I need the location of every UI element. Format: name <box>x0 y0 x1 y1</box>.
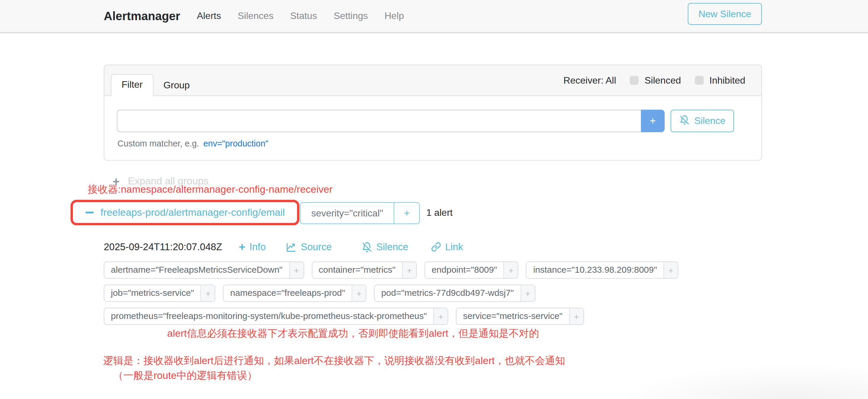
alertmanager-page: Alertmanager Alerts Silences Status Sett… <box>0 0 868 399</box>
alert-label: container="metrics" + <box>312 262 417 279</box>
silence-button-label: Silence <box>694 116 725 126</box>
silenced-checkbox-label: Silenced <box>645 75 681 86</box>
tab-filter[interactable]: Filter <box>111 74 153 96</box>
new-silence-button[interactable]: New Silence <box>688 3 762 25</box>
chart-icon <box>286 242 297 252</box>
label-text: service="metrics-service" <box>457 308 569 324</box>
silenced-checkbox[interactable]: Silenced <box>630 75 681 86</box>
add-matcher-button[interactable]: + <box>641 110 664 132</box>
silence-from-filter-button[interactable]: Silence <box>671 110 734 132</box>
add-label-filter-button[interactable]: + <box>520 285 534 301</box>
annotation-receiver-note: 接收器:namespace/altermanager-config-name/r… <box>88 183 333 196</box>
background-shading <box>619 363 868 399</box>
alert-header-row: 2025-09-24T11:20:07.048Z + Info Source S <box>104 241 463 252</box>
add-label-filter-button[interactable]: + <box>289 262 303 278</box>
filter-panel-body: + Silence Custom matcher, e.g.env="produ… <box>104 96 761 161</box>
add-group-matcher-button[interactable]: + <box>394 203 419 223</box>
label-text: prometheus="freeleaps-monitoring-system/… <box>104 308 433 324</box>
add-label-filter-button[interactable]: + <box>402 262 416 278</box>
filter-tabs: Filter Group <box>111 74 200 96</box>
matcher-input[interactable] <box>117 110 641 132</box>
app-title[interactable]: Alertmanager <box>104 9 180 23</box>
checkbox-icon[interactable] <box>630 76 639 85</box>
source-button[interactable]: Source <box>286 241 332 252</box>
nav-alerts[interactable]: Alerts <box>189 11 229 21</box>
filter-panel-header: Filter Group Receiver: All Silenced Inhi… <box>104 65 761 96</box>
alert-label: endpoint="8009" + <box>425 262 519 279</box>
annotation-logic-note-line2: （一般是route中的逻辑有错误） <box>113 369 257 382</box>
add-label-filter-button[interactable]: + <box>433 308 447 324</box>
plus-icon: + <box>239 241 245 252</box>
tab-group[interactable]: Group <box>153 75 200 96</box>
add-label-filter-button[interactable]: + <box>663 262 678 278</box>
alert-timestamp: 2025-09-24T11:20:07.048Z <box>104 241 222 252</box>
inhibited-checkbox[interactable]: Inhibited <box>694 75 745 86</box>
alert-labels: alertname="FreeleapsMetricsServiceDown" … <box>104 262 678 331</box>
source-label: Source <box>301 241 332 252</box>
info-button[interactable]: + Info <box>239 241 266 252</box>
info-label: Info <box>250 241 266 252</box>
group-matcher: severity="critical" + <box>300 202 420 224</box>
filter-options: Receiver: All Silenced Inhibited <box>563 65 745 95</box>
alert-label: namespace="freeleaps-prod" + <box>223 284 366 302</box>
silence-alert-button[interactable]: Silence <box>361 241 408 252</box>
receiver-filter-toggle[interactable]: Receiver: All <box>563 75 616 86</box>
link-icon <box>431 242 441 252</box>
label-text: namespace="freeleaps-prod" <box>224 285 351 301</box>
add-label-filter-button[interactable]: + <box>504 262 518 278</box>
add-label-filter-button[interactable]: + <box>351 285 366 301</box>
hint-text: Custom matcher, e.g. <box>117 139 199 148</box>
receiver-group-name: freeleaps-prod/alertmanager-config/email <box>100 207 285 218</box>
label-text: job="metrics-service" <box>104 285 201 301</box>
silence-alert-label: Silence <box>376 241 408 252</box>
annotation-logic-note-line1: 逻辑是：接收器收到alert后进行通知，如果alert不在接收器下，说明接收器没… <box>103 354 565 368</box>
bell-slash-icon <box>361 242 372 252</box>
alert-label: instance="10.233.98.209:8009" + <box>526 262 679 279</box>
annotation-highlight-box: freeleaps-prod/alertmanager-config/email <box>70 200 300 225</box>
main-nav: Alerts Silences Status Settings Help <box>189 11 412 21</box>
label-text: container="metrics" <box>312 262 402 278</box>
label-text: instance="10.233.98.209:8009" <box>527 262 664 278</box>
filter-panel: Filter Group Receiver: All Silenced Inhi… <box>104 65 762 161</box>
navbar: Alertmanager Alerts Silences Status Sett… <box>0 0 868 33</box>
alert-label: service="metrics-service" + <box>456 308 584 325</box>
minus-icon <box>85 212 93 213</box>
alert-label: alertname="FreeleapsMetricsServiceDown" … <box>104 262 304 279</box>
alert-label: pod="metrics-77d9cdb497-wdsj7" + <box>374 284 535 302</box>
alert-label: job="metrics-service" + <box>104 284 216 302</box>
annotation-alert-note: alert信息必须在接收器下才表示配置成功，否则即使能看到alert，但是通知是… <box>167 327 539 340</box>
inhibited-checkbox-label: Inhibited <box>709 75 745 86</box>
alert-label: prometheus="freeleaps-monitoring-system/… <box>104 308 448 325</box>
label-text: pod="metrics-77d9cdb497-wdsj7" <box>375 285 520 301</box>
bell-slash-icon <box>679 115 689 127</box>
add-label-filter-button[interactable]: + <box>201 285 215 301</box>
matcher-hint: Custom matcher, e.g.env="production" <box>117 139 268 148</box>
label-text: alertname="FreeleapsMetricsServiceDown" <box>104 262 289 278</box>
checkbox-icon[interactable] <box>694 76 704 85</box>
matcher-example-link[interactable]: env="production" <box>204 139 269 148</box>
nav-settings[interactable]: Settings <box>325 11 376 21</box>
link-label: Link <box>445 241 463 252</box>
alert-count: 1 alert <box>426 208 453 218</box>
receiver-group-toggle[interactable]: freeleaps-prod/alertmanager-config/email <box>82 206 288 219</box>
group-matcher-label: severity="critical" <box>301 203 394 223</box>
label-text: endpoint="8009" <box>425 262 504 278</box>
nav-silences[interactable]: Silences <box>229 11 282 21</box>
add-label-filter-button[interactable]: + <box>569 308 583 324</box>
nav-help[interactable]: Help <box>376 11 412 21</box>
nav-status[interactable]: Status <box>282 11 326 21</box>
link-button[interactable]: Link <box>431 241 463 252</box>
